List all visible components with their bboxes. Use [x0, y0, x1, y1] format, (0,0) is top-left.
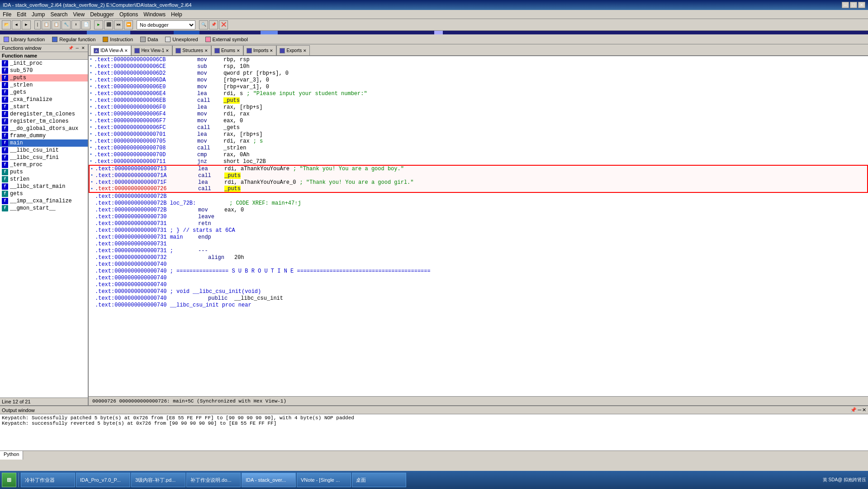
maximize-button[interactable]: □: [850, 2, 857, 8]
menu-item-help[interactable]: Help: [168, 11, 185, 18]
function-item[interactable]: f_cxa_finalize: [0, 96, 88, 103]
disasm-line[interactable]: •.text:00000000000006D2 movqword ptr [rb…: [89, 70, 868, 77]
minimize-button[interactable]: ─: [842, 2, 849, 8]
disasm-line[interactable]: •.text:0000000000000726 call_puts: [89, 186, 868, 193]
menu-item-jump[interactable]: Jump: [29, 11, 47, 18]
sidebar-close-btn[interactable]: ✕: [81, 46, 86, 50]
view-tab-close[interactable]: ✕: [124, 48, 128, 53]
taskbar-item[interactable]: IDA - stack_over...: [242, 473, 296, 487]
view-tab-ida-view-a[interactable]: AIDA View-A ✕: [90, 45, 131, 55]
start-button[interactable]: ⊞: [2, 473, 16, 487]
taskbar-item[interactable]: 补丁作业说明.do...: [186, 473, 241, 487]
toolbar-b1[interactable]: |: [34, 20, 41, 29]
disasm-line[interactable]: .text:0000000000000740: [89, 261, 868, 268]
output-tab-python[interactable]: Python: [0, 451, 23, 460]
toolbar-b3[interactable]: 📋: [52, 20, 61, 29]
function-item[interactable]: f_term_proc: [0, 161, 88, 168]
toolbar-b7[interactable]: ⏩: [124, 20, 133, 29]
function-item[interactable]: f__gmon_start__: [0, 205, 88, 212]
disasm-line[interactable]: .text:000000000000072B: [89, 193, 868, 200]
function-item[interactable]: f_strlen: [0, 82, 88, 89]
disasm-line[interactable]: .text:0000000000000740 ; ===============…: [89, 268, 868, 274]
function-item[interactable]: fgets: [0, 190, 88, 197]
function-item[interactable]: f__libc_csu_init: [0, 147, 88, 154]
function-item[interactable]: f_puts: [0, 74, 88, 82]
taskbar-item[interactable]: 桌面: [352, 473, 406, 487]
taskbar-item[interactable]: IDA_Pro_v7.0_P...: [76, 473, 130, 487]
view-tab-enums[interactable]: Enums ✕: [211, 45, 243, 55]
view-tab-close[interactable]: ✕: [303, 48, 307, 53]
disassembly-view[interactable]: •.text:00000000000006CB movrbp, rsp•.tex…: [89, 56, 868, 396]
view-tab-close[interactable]: ✕: [204, 48, 208, 53]
disasm-line[interactable]: .text:0000000000000740 public__libc_csu_…: [89, 295, 868, 302]
toolbar-fwd[interactable]: ▶: [22, 20, 31, 29]
disasm-line[interactable]: •.text:00000000000006CB movrbp, rsp: [89, 56, 868, 63]
function-item[interactable]: f_start: [0, 103, 88, 110]
disasm-line[interactable]: .text:0000000000000732 align20h: [89, 254, 868, 261]
close-button[interactable]: ✕: [858, 2, 865, 8]
toolbar-open[interactable]: 📂: [2, 20, 11, 29]
disasm-line[interactable]: •.text:00000000000006F7 moveax, 0: [89, 117, 868, 124]
function-item[interactable]: f__libc_csu_fini: [0, 154, 88, 161]
toolbar-back[interactable]: ◀: [12, 20, 21, 29]
toolbar-ba[interactable]: ❌: [219, 20, 228, 29]
function-item[interactable]: fregister_tm_clones: [0, 118, 88, 125]
disasm-line[interactable]: •.text:000000000000071F leardi, aThankYo…: [89, 179, 868, 186]
disasm-line[interactable]: •.text:00000000000006CE subrsp, 10h: [89, 63, 868, 70]
function-item[interactable]: f_gets: [0, 89, 88, 96]
disasm-line[interactable]: •.text:00000000000006DA mov[rbp+var_3], …: [89, 77, 868, 83]
function-item[interactable]: f__do_global_dtors_aux: [0, 125, 88, 132]
disasm-line[interactable]: .text:000000000000072B moveax, 0: [89, 206, 868, 213]
disasm-line[interactable]: .text:0000000000000740 __libc_csu_init p…: [89, 302, 868, 308]
taskbar-item[interactable]: 3级内容-补丁.pd...: [131, 473, 185, 487]
function-item[interactable]: f__imp__cxa_finalize: [0, 197, 88, 205]
toolbar-b2[interactable]: 📋: [42, 20, 51, 29]
disasm-line[interactable]: .text:0000000000000740 ; void __libc_csu…: [89, 288, 868, 295]
disasm-line[interactable]: .text:0000000000000730 leave: [89, 213, 868, 220]
disasm-line[interactable]: .text:0000000000000731 main endp: [89, 234, 868, 240]
toolbar-run[interactable]: ▶: [94, 20, 103, 29]
toolbar-b9[interactable]: 📌: [209, 20, 218, 29]
function-item[interactable]: fframe_dummy: [0, 132, 88, 139]
toolbar-b4[interactable]: 🔧: [62, 20, 71, 29]
disasm-line[interactable]: .text:0000000000000731 retn: [89, 220, 868, 227]
disasm-line[interactable]: •.text:0000000000000701 learax, [rbp+s]: [89, 131, 868, 138]
toolbar-stop[interactable]: ⬛: [104, 20, 113, 29]
toolbar-step[interactable]: ⏭: [114, 20, 123, 29]
toolbar-b5[interactable]: ⬇: [71, 20, 81, 29]
taskbar-item[interactable]: VNote - [Single ...: [297, 473, 351, 487]
view-tab-exports[interactable]: Exports ✕: [276, 45, 310, 55]
view-tab-hex-view-1[interactable]: Hex View-1 ✕: [131, 45, 172, 55]
output-min-btn[interactable]: ─: [858, 407, 861, 413]
menu-item-debugger[interactable]: Debugger: [87, 11, 117, 18]
disasm-line[interactable]: •.text:0000000000000708 call_strlen: [89, 144, 868, 151]
view-tab-close[interactable]: ✕: [166, 48, 169, 53]
sidebar-min-btn[interactable]: ─: [75, 46, 80, 50]
output-close-btn[interactable]: ✕: [862, 407, 866, 413]
function-item[interactable]: fmain: [0, 139, 88, 147]
menu-item-options[interactable]: Options: [117, 11, 141, 18]
view-tab-imports[interactable]: Imports ✕: [243, 45, 276, 55]
disasm-line[interactable]: •.text:000000000000070D cmprax, 0Ah: [89, 151, 868, 158]
menu-item-search[interactable]: Search: [47, 11, 70, 18]
function-item[interactable]: fsub_570: [0, 67, 88, 74]
disasm-line[interactable]: •.text:000000000000071A call_puts: [89, 172, 868, 179]
view-tab-structures[interactable]: Structures ✕: [172, 45, 211, 55]
output-pin-btn[interactable]: 📌: [850, 407, 857, 413]
menu-item-edit[interactable]: Edit: [14, 11, 29, 18]
function-item[interactable]: f__libc_start_main: [0, 183, 88, 190]
toolbar-b6[interactable]: 📄: [81, 20, 90, 29]
disasm-line[interactable]: •.text:0000000000000711 jnzshort loc_72B: [89, 158, 868, 165]
disasm-line[interactable]: •.text:00000000000006E4 leardi, s; "Plea…: [89, 90, 868, 97]
disasm-line[interactable]: .text:0000000000000731: [89, 240, 868, 247]
menu-item-file[interactable]: File: [0, 11, 14, 18]
disasm-line[interactable]: .text:0000000000000731 ; } // starts at …: [89, 227, 868, 234]
debugger-select[interactable]: No debugger: [137, 20, 195, 29]
disasm-line[interactable]: •.text:0000000000000705 movrdi, rax; s: [89, 138, 868, 144]
disasm-line[interactable]: •.text:0000000000000713 leardi, aThankYo…: [89, 165, 868, 172]
toolbar-b8[interactable]: 🔍: [199, 20, 208, 29]
function-item[interactable]: f_init_proc: [0, 60, 88, 67]
disasm-line[interactable]: •.text:00000000000006F0 learax, [rbp+s]: [89, 104, 868, 110]
disasm-line[interactable]: •.text:00000000000006F4 movrdi, rax: [89, 110, 868, 117]
disasm-line[interactable]: .text:000000000000072B loc_72B: ; CODE X…: [89, 200, 868, 206]
